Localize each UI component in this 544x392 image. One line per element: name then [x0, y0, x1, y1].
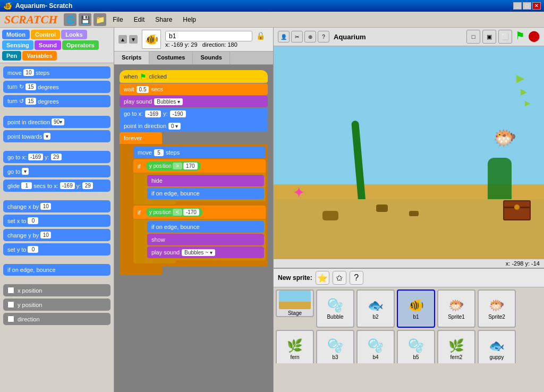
category-variables[interactable]: Variables — [22, 51, 56, 61]
script-area[interactable]: when ⚑ clicked wait 0.5 secs play sound … — [114, 65, 273, 392]
block-glide[interactable]: glide 1 secs to x: -169 y: 29 — [3, 180, 110, 192]
block-when-flag-clicked[interactable]: when ⚑ clicked — [120, 70, 268, 83]
minimize-button[interactable]: _ — [513, 2, 522, 10]
category-motion[interactable]: Motion — [2, 30, 30, 39]
block-goto-xy-script[interactable]: go to x: -169 y: -190 — [120, 108, 268, 120]
block-change-y[interactable]: change y by 10 — [3, 229, 110, 241]
fish-sprite-1[interactable]: 🐡 — [493, 127, 517, 149]
block-set-y[interactable]: set y to 0 — [3, 243, 110, 255]
sprite-item-sprite2[interactable]: 🐡 Sprite2 — [478, 289, 516, 328]
starfish-sprite[interactable]: ✦ — [293, 184, 305, 201]
maximize-button[interactable]: □ — [523, 2, 531, 10]
seaweed-2 — [488, 158, 512, 206]
category-sound[interactable]: Sound — [35, 40, 61, 50]
stage-canvas[interactable]: ✦ 🐡 ▶ ▶ ▶ — [274, 46, 544, 259]
block-hide[interactable]: hide — [147, 175, 264, 186]
block-point-dir-script[interactable]: point in direction 0 ▾ — [120, 120, 268, 132]
sprite-icon-b5: 🫧 — [408, 338, 424, 353]
menu-help[interactable]: Help — [178, 14, 200, 25]
new-sprite-bar: New sprite: ⭐ ✩ ? — [274, 269, 544, 287]
block-set-x[interactable]: set x to 0 — [3, 215, 110, 227]
tab-costumes[interactable]: Costumes — [149, 52, 193, 64]
if-header-1[interactable]: if y position > 170 — [133, 159, 266, 173]
save-icon[interactable]: 💾 — [79, 13, 91, 26]
category-operators[interactable]: Operators — [62, 40, 99, 50]
menu-file[interactable]: File — [108, 14, 127, 25]
sprite-item-bubble[interactable]: 🫧 Bubble — [316, 289, 354, 328]
block-if-edge[interactable]: if on edge, bounce — [3, 264, 110, 276]
forever-header[interactable]: forever — [120, 132, 162, 144]
window-title: Aquarium- Scratch — [15, 2, 513, 10]
green-flag-button[interactable]: ⚑ — [514, 30, 526, 41]
tab-scripts[interactable]: Scripts — [114, 52, 149, 64]
block-edge-bounce-1[interactable]: if on edge, bounce — [147, 188, 264, 199]
sprite-item-sprite1[interactable]: 🐡 Sprite1 — [437, 289, 475, 328]
category-control[interactable]: Control — [31, 30, 60, 39]
sprite-label-bubble: Bubble — [327, 314, 343, 320]
if-body-2: if on edge, bounce show play sound Bubbl… — [133, 219, 266, 260]
sprite-icon-fern: 🌿 — [287, 338, 303, 353]
category-looks[interactable]: Looks — [61, 30, 87, 39]
new-sprite-label: New sprite: — [278, 274, 312, 282]
block-x-position[interactable]: x position — [3, 284, 110, 296]
folder-icon[interactable]: 📁 — [94, 13, 106, 26]
sprite-name-input[interactable] — [165, 31, 252, 41]
stop-button[interactable]: ⬤ — [528, 30, 540, 41]
fish-small-2[interactable]: ▶ — [521, 87, 531, 97]
sprites-panel: New sprite: ⭐ ✩ ? Stage 🫧 Bubble — [274, 268, 544, 363]
block-wait[interactable]: wait 0.5 secs — [120, 83, 268, 95]
block-edge-bounce-2[interactable]: if on edge, bounce — [147, 221, 264, 233]
category-pen[interactable]: Pen — [2, 51, 21, 61]
block-turn-ccw[interactable]: turn ↺ 15 degrees — [3, 95, 110, 107]
fish-small-1[interactable]: ▶ — [516, 72, 531, 84]
block-turn-cw[interactable]: turn ↻ 15 degrees — [3, 81, 110, 93]
globe-icon[interactable]: 🌐 — [64, 13, 76, 26]
block-play-sound-2[interactable]: play sound Bubbles ~ ▾ — [147, 246, 264, 258]
random-sprite-button[interactable]: ? — [350, 271, 363, 285]
stage-btn-1[interactable]: 👤 — [278, 31, 290, 42]
sprite-item-b3[interactable]: 🫧 b3 — [316, 330, 354, 363]
stage-btn-2[interactable]: ✂ — [291, 31, 303, 42]
menu-share[interactable]: Share — [151, 14, 176, 25]
block-show[interactable]: show — [147, 234, 264, 245]
sprite-item-fern2[interactable]: 🌿 fern2 — [437, 330, 475, 363]
stage-size-3[interactable]: ⬜ — [498, 30, 512, 44]
stamp-sprite-button[interactable]: ✩ — [333, 271, 346, 285]
fish-small-3[interactable]: ▶ — [525, 99, 531, 107]
block-change-x[interactable]: change x by 10 — [3, 200, 110, 212]
if-header-2[interactable]: if y position < -170 — [133, 206, 266, 219]
sprite-item-b4[interactable]: 🫧 b4 — [356, 330, 395, 363]
if-body-1: hide if on edge, bounce — [133, 173, 266, 201]
menu-edit[interactable]: Edit — [130, 14, 149, 25]
stage-btn-3[interactable]: ⊕ — [304, 31, 316, 42]
sprite-label-fern: fern — [290, 354, 299, 360]
sprite-item-b1[interactable]: 🐠 b1 — [397, 289, 435, 328]
block-goto[interactable]: go to ▾ — [3, 165, 110, 177]
tab-sounds[interactable]: Sounds — [193, 52, 230, 64]
close-button[interactable]: ✕ — [532, 2, 541, 10]
stage-size-1[interactable]: □ — [466, 30, 480, 44]
sprite-item-b5[interactable]: 🫧 b5 — [397, 330, 435, 363]
block-point-towards[interactable]: point towards ▾ — [3, 130, 110, 142]
nav-down[interactable]: ▼ — [129, 35, 138, 44]
block-play-sound-1[interactable]: play sound Bubbles ▾ — [120, 96, 268, 107]
block-move-5[interactable]: move 5 steps — [133, 147, 266, 158]
sprite-item-guppy[interactable]: 🐟 guppy — [478, 330, 516, 363]
nav-up[interactable]: ▲ — [118, 35, 127, 44]
paint-sprite-button[interactable]: ⭐ — [316, 271, 329, 285]
blocks-panel: Motion Control Looks Sensing Sound Opera… — [0, 28, 114, 392]
sprite-item-b2[interactable]: 🐟 b2 — [356, 289, 395, 328]
block-point-direction[interactable]: point in direction 90▾ — [3, 116, 110, 128]
stage-thumbnail-item[interactable]: Stage — [276, 289, 314, 317]
block-direction[interactable]: direction — [3, 313, 110, 325]
stage-size-2[interactable]: ▣ — [482, 30, 496, 44]
window-controls: _ □ ✕ — [513, 2, 541, 10]
block-goto-xy[interactable]: go to x: -169 y: 29 — [3, 151, 110, 163]
sprite-icon-b2: 🐟 — [368, 298, 384, 313]
sprites-grid: Stage 🫧 Bubble 🐟 b2 🐠 b1 — [274, 287, 544, 363]
block-move[interactable]: move 10 steps — [3, 66, 110, 79]
stage-btn-4[interactable]: ? — [318, 31, 329, 42]
block-y-position[interactable]: y position — [3, 299, 110, 311]
sprite-item-fern[interactable]: 🌿 fern — [276, 330, 314, 363]
category-sensing[interactable]: Sensing — [2, 40, 33, 50]
